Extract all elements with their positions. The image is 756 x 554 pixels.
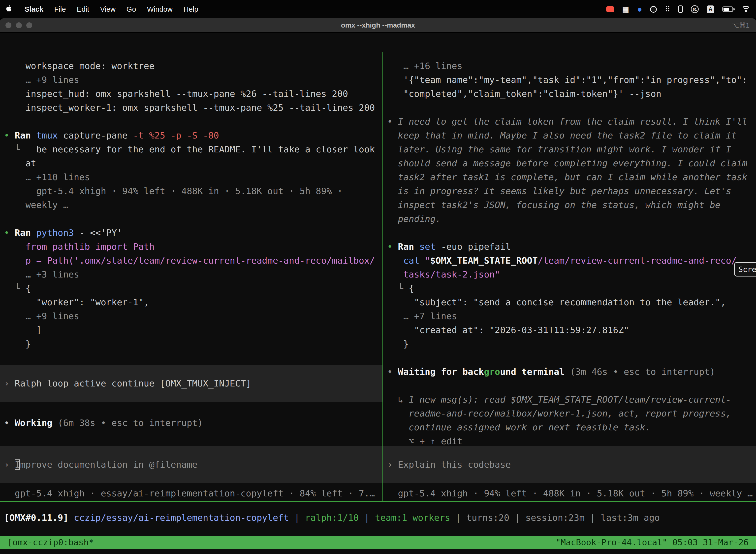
statusline-segment: session:23m	[525, 512, 584, 523]
text-segment: •	[4, 130, 15, 141]
right-pane-output: … +16 lines '{"team_name":"my-team","tas…	[383, 52, 756, 448]
menu-file[interactable]: File	[54, 5, 66, 13]
terminal-line: continue assigned work or next feasible …	[387, 421, 756, 434]
terminal-line: readme-and-reco/mailbox/worker-1.json, a…	[387, 406, 756, 421]
text-segment: "	[425, 256, 430, 266]
text-segment: (6m 38s • esc to interrupt)	[58, 418, 203, 428]
tooltip-text: Scre	[738, 265, 756, 274]
terminal-line: task2 after task1 is complete, but can I…	[387, 170, 756, 184]
text-segment: Ralph loop active continue [OMX_TMUX_INJ…	[15, 377, 251, 390]
text-segment: "worker": "worker-1",	[4, 297, 149, 307]
text-segment: {	[25, 283, 31, 293]
text-segment: ]	[4, 325, 42, 335]
text-segment: └	[387, 283, 409, 293]
text-segment: inspect_hud: omx sparkshell --tmux-pane …	[4, 89, 348, 99]
battery-icon[interactable]	[722, 6, 733, 12]
text-segment: Ran	[398, 241, 420, 252]
text-segment: Ran	[15, 228, 36, 238]
text-segment: inspect_worker-1: omx sparkshell --tmux-…	[4, 103, 375, 113]
statusline-segment: |	[289, 512, 305, 523]
device-icon[interactable]	[678, 5, 683, 13]
terminal-line	[4, 212, 382, 226]
text-segment: … +3 lines	[4, 269, 79, 279]
terminal-line: inspect_hud: omx sparkshell --tmux-pane …	[4, 87, 382, 101]
terminal-line: '{"team_name":"my-team","task_id":"1","f…	[387, 73, 756, 87]
terminal-line: p = Path('.omx/state/team/review-current…	[4, 254, 382, 268]
input-source-icon[interactable]: A	[707, 5, 714, 13]
tmux-host-clock: "MacBook-Pro-44.local" 05:03 31-Mar-26	[556, 537, 749, 547]
terminal-line	[4, 115, 382, 128]
terminal-line: at	[4, 156, 382, 170]
menu-edit[interactable]: Edit	[77, 5, 89, 13]
text-segment: ⌥ + ↑ edit	[387, 436, 462, 446]
menu-view[interactable]: View	[100, 5, 116, 13]
menu-items: FileEditViewGoWindowHelp	[54, 5, 198, 13]
text-segment: '{"team_name":"my-team","task_id":"1","f…	[387, 75, 747, 85]
right-prompt-row[interactable]: › Explain this codebase	[383, 446, 756, 483]
text-segment: inspect task2's JSON, focusing on the st…	[387, 200, 720, 210]
text-segment: - <<'PY'	[79, 228, 122, 238]
text-segment: capture-pane	[63, 130, 133, 141]
text-segment: gro	[484, 367, 500, 377]
left-pane[interactable]: workspace_mode: worktree … +9 lines insp…	[0, 52, 382, 501]
window-manager-icon[interactable]: ▦	[622, 5, 629, 14]
text-segment: 1 new msg(s): read $OMX_TEAM_STATE_ROOT/…	[409, 394, 731, 404]
right-pane-status: gpt-5.4 xhigh · 94% left · 488K in · 5.1…	[387, 487, 753, 500]
app-menu-slack[interactable]: Slack	[24, 5, 44, 13]
screen-recording-icon[interactable]	[606, 6, 614, 12]
menu-go[interactable]: Go	[126, 5, 136, 13]
statusline-segment: |	[509, 512, 525, 523]
terminal-line: • Waiting for background terminal (3m 46…	[387, 365, 756, 379]
terminal-line: ↳ 1 new msg(s): read $OMX_TEAM_STATE_ROO…	[387, 393, 756, 406]
left-pane-status: gpt-5.4 xhigh · essay/ai-reimplementatio…	[4, 487, 375, 500]
terminal-line	[4, 351, 382, 365]
text-cursor: I	[15, 459, 20, 469]
menu-help[interactable]: Help	[184, 5, 198, 13]
apple-logo-icon	[5, 4, 12, 14]
dots-grid-icon[interactable]: ⠿	[665, 5, 670, 14]
statusline-segment: |	[585, 512, 601, 523]
text-segment: •	[387, 241, 398, 252]
wifi-icon[interactable]	[741, 6, 751, 13]
text-segment: /team/review-current-readme-and-reco/	[538, 256, 737, 266]
terminal-line: later. Using the same for transition mig…	[387, 143, 756, 156]
terminal-line: cat "$OMX_TEAM_STATE_ROOT/team/review-cu…	[387, 254, 756, 268]
omx-statusline: [OMX#0.11.9] cczip/essay/ai-reimplementa…	[4, 511, 660, 525]
tmux-session-label: [omx-cczip0:bash*	[7, 537, 94, 547]
text-segment: tmux	[36, 130, 63, 141]
prompt-chevron-icon: ›	[4, 459, 15, 469]
text-segment: … +16 lines	[387, 61, 462, 71]
prompt-text: mprove documentation in @filename	[20, 459, 197, 469]
text-segment: … +9 lines	[4, 75, 79, 85]
minimize-button[interactable]	[16, 22, 22, 28]
close-button[interactable]	[5, 22, 11, 28]
text-segment: continue assigned work or next feasible …	[387, 422, 650, 432]
blue-app-icon[interactable]: ●	[637, 4, 642, 14]
text-segment: └	[4, 144, 25, 154]
terminal-line: • Working (6m 38s • esc to interrupt)	[4, 416, 382, 430]
text-segment: workspace_mode: worktree	[4, 61, 154, 71]
zoom-button[interactable]	[26, 22, 32, 28]
apple-menu[interactable]	[5, 4, 12, 14]
text-segment: └	[4, 283, 25, 293]
terminal-line: pending.	[387, 212, 756, 226]
window-shortcut-hint: ⌥⌘1	[732, 21, 750, 29]
tmux-status-bar: [omx-cczip0:bash* "MacBook-Pro-44.local"…	[0, 536, 756, 549]
right-pane[interactable]: … +16 lines '{"team_name":"my-team","tas…	[383, 52, 756, 501]
terminal-line: inspect task2's JSON, focusing on the st…	[387, 198, 756, 212]
menu-bar: Slack FileEditViewGoWindowHelp ▦●⠿61A	[0, 0, 756, 18]
terminal-line: … +7 lines	[387, 309, 756, 323]
terminal-line: • I need to get the claim token from the…	[387, 115, 756, 128]
terminal-line: • Ran set -euo pipefail	[387, 240, 756, 254]
text-segment: (3m 46s • esc to interrupt)	[570, 367, 715, 377]
dark-app-icon[interactable]	[650, 6, 657, 13]
text-segment: tasks/task-2.json"	[387, 269, 500, 279]
menu-window[interactable]: Window	[147, 5, 173, 13]
left-prompt-row[interactable]: › Improve documentation in @filename	[0, 446, 382, 483]
text-segment: at	[4, 158, 36, 168]
ralph-loop-row: › Ralph loop active continue [OMX_TMUX_I…	[0, 365, 382, 402]
text-segment: }	[387, 339, 409, 349]
battery-percent-icon[interactable]: 61	[691, 5, 699, 13]
window-title-bar[interactable]: omx --xhigh --madmax ⌥⌘1	[0, 18, 756, 33]
statusline-segment: turns:20	[466, 512, 509, 523]
